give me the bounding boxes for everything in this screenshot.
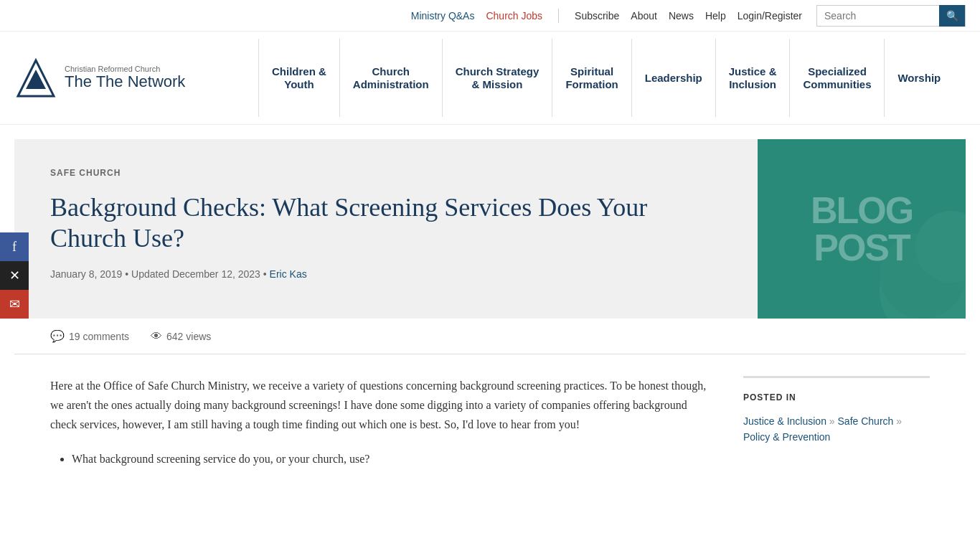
page-content: SAFE CHURCH Background Checks: What Scre… bbox=[0, 139, 980, 474]
article-meta: January 8, 2019 • Updated December 12, 2… bbox=[50, 268, 722, 280]
comments-stat: 💬 19 comments bbox=[50, 329, 129, 343]
breadcrumb-link-justice[interactable]: Justice & Inclusion bbox=[743, 415, 826, 427]
facebook-share-button[interactable]: f bbox=[0, 232, 29, 261]
blog-post-label: BLOG POST bbox=[811, 192, 913, 266]
email-share-button[interactable]: ✉ bbox=[0, 290, 29, 319]
views-stat: 👁 642 views bbox=[151, 330, 211, 343]
search-button[interactable]: 🔍 bbox=[939, 5, 965, 27]
article-updated: Updated December 12, 2023 bbox=[131, 268, 260, 280]
article-body: Here at the Office of Safe Church Minist… bbox=[14, 376, 966, 474]
comments-count: 19 comments bbox=[69, 331, 129, 342]
article-main: Here at the Office of Safe Church Minist… bbox=[50, 376, 715, 474]
blog-text: BLOG bbox=[811, 192, 913, 229]
article-thumbnail: BLOG POST bbox=[758, 139, 966, 319]
article-title: Background Checks: What Screening Servic… bbox=[50, 192, 722, 254]
breadcrumb-sep-2: » bbox=[896, 415, 902, 427]
search-bar: 🔍 bbox=[816, 5, 966, 27]
breadcrumb-sep-1: » bbox=[829, 415, 838, 427]
nav-justice-inclusion[interactable]: Justice &Inclusion bbox=[715, 39, 790, 117]
logo-icon bbox=[14, 57, 57, 100]
twitter-icon: ✕ bbox=[9, 268, 20, 283]
top-bar: Ministry Q&As Church Jobs Subscribe Abou… bbox=[0, 0, 980, 32]
logo-area: Christian Reformed Church The The Networ… bbox=[14, 57, 258, 100]
top-bar-links: Ministry Q&As Church Jobs Subscribe Abou… bbox=[411, 9, 802, 23]
social-sidebar: f ✕ ✉ bbox=[0, 232, 29, 319]
article-date: January 8, 2019 bbox=[50, 268, 122, 280]
article-header: SAFE CHURCH Background Checks: What Scre… bbox=[14, 139, 966, 319]
help-link[interactable]: Help bbox=[705, 10, 726, 22]
nav-worship[interactable]: Worship bbox=[884, 39, 953, 117]
article-author-link[interactable]: Eric Kas bbox=[270, 268, 307, 280]
list-item: What background screening service do you… bbox=[72, 449, 715, 468]
article-category: SAFE CHURCH bbox=[50, 168, 722, 178]
stats-bar: 💬 19 comments 👁 642 views bbox=[14, 319, 966, 354]
nav-specialized-communities[interactable]: SpecializedCommunities bbox=[789, 39, 884, 117]
church-jobs-link[interactable]: Church Jobs bbox=[486, 10, 542, 22]
ministry-qas-link[interactable]: Ministry Q&As bbox=[411, 10, 475, 22]
facebook-icon: f bbox=[12, 240, 17, 255]
site-header: Christian Reformed Church The The Networ… bbox=[0, 32, 980, 125]
nav-church-admin[interactable]: ChurchAdministration bbox=[339, 39, 442, 117]
sidebar-posted-in: POSTED IN Justice & Inclusion » Safe Chu… bbox=[743, 376, 930, 446]
news-link[interactable]: News bbox=[669, 10, 694, 22]
article-list: What background screening service do you… bbox=[50, 449, 715, 468]
post-text: POST bbox=[811, 229, 913, 266]
email-icon: ✉ bbox=[9, 296, 20, 312]
nav-children-youth[interactable]: Children &Youth bbox=[258, 39, 339, 117]
views-count: 642 views bbox=[166, 331, 211, 342]
views-icon: 👁 bbox=[151, 330, 162, 343]
logo-text: Christian Reformed Church The The Networ… bbox=[65, 65, 185, 90]
sidebar-breadcrumb: Justice & Inclusion » Safe Church » Poli… bbox=[743, 413, 930, 446]
about-link[interactable]: About bbox=[631, 10, 657, 22]
article-paragraph: Here at the Office of Safe Church Minist… bbox=[50, 376, 715, 435]
breadcrumb-link-policy[interactable]: Policy & Prevention bbox=[743, 431, 830, 443]
nav-spiritual-formation[interactable]: SpiritualFormation bbox=[552, 39, 631, 117]
sidebar-title: POSTED IN bbox=[743, 392, 930, 402]
breadcrumb-link-safe-church[interactable]: Safe Church bbox=[838, 415, 894, 427]
twitter-share-button[interactable]: ✕ bbox=[0, 261, 29, 290]
search-icon: 🔍 bbox=[946, 10, 958, 22]
login-register-link[interactable]: Login/Register bbox=[738, 10, 802, 22]
nav-church-strategy[interactable]: Church Strategy& Mission bbox=[442, 39, 552, 117]
main-nav: Children &Youth ChurchAdministration Chu… bbox=[258, 39, 966, 117]
nav-leadership[interactable]: Leadership bbox=[631, 39, 715, 117]
network-name: The The Network bbox=[65, 73, 185, 90]
divider bbox=[558, 9, 559, 23]
article-sidebar: POSTED IN Justice & Inclusion » Safe Chu… bbox=[743, 376, 930, 474]
article-header-text: SAFE CHURCH Background Checks: What Scre… bbox=[14, 139, 758, 319]
comments-icon: 💬 bbox=[50, 329, 65, 343]
subscribe-link[interactable]: Subscribe bbox=[575, 10, 619, 22]
search-input[interactable] bbox=[817, 10, 939, 22]
